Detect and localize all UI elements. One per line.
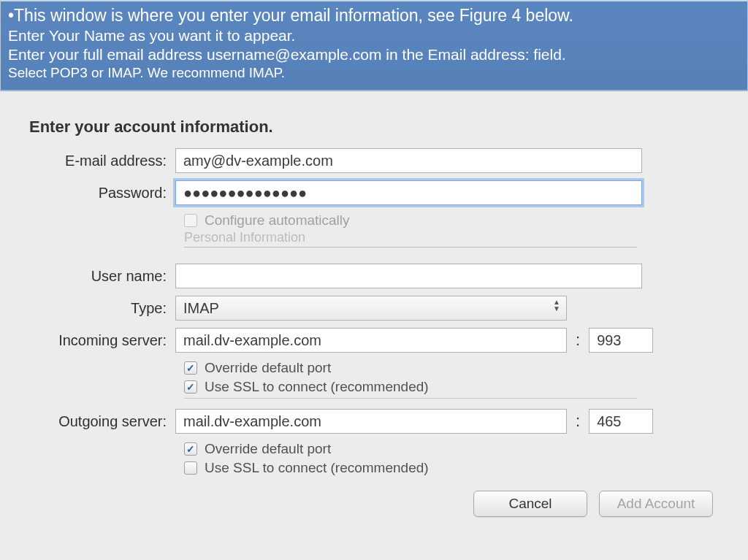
configure-auto-checkbox[interactable] bbox=[184, 214, 197, 227]
outgoing-port-field[interactable] bbox=[589, 409, 653, 434]
cancel-button[interactable]: Cancel bbox=[473, 491, 587, 517]
incoming-label: Incoming server: bbox=[13, 332, 175, 349]
configure-auto-label: Configure automatically bbox=[205, 212, 350, 229]
outgoing-port-colon: : bbox=[576, 412, 580, 431]
incoming-port-field[interactable] bbox=[589, 328, 653, 353]
incoming-ssl-row[interactable]: ✓ Use SSL to connect (recommended) bbox=[184, 379, 735, 395]
incoming-override-checkbox[interactable]: ✓ bbox=[184, 361, 197, 375]
dialog-heading: Enter your account information. bbox=[29, 118, 735, 137]
outgoing-ssl-row[interactable]: Use SSL to connect (recommended) bbox=[184, 460, 735, 476]
outgoing-server-field[interactable] bbox=[175, 409, 567, 434]
type-select[interactable]: IMAP ▲▼ bbox=[175, 296, 567, 321]
password-label: Password: bbox=[13, 185, 175, 202]
incoming-override-row[interactable]: ✓ Override default port bbox=[184, 360, 735, 376]
username-label: User name: bbox=[13, 268, 175, 285]
outgoing-override-checkbox[interactable]: ✓ bbox=[184, 442, 197, 456]
account-dialog: Enter your account information. E-mail a… bbox=[0, 91, 748, 524]
email-label: E-mail address: bbox=[13, 153, 175, 169]
password-field[interactable] bbox=[175, 180, 642, 205]
incoming-override-label: Override default port bbox=[205, 360, 331, 376]
type-selected-value: IMAP bbox=[183, 300, 219, 317]
type-label: Type: bbox=[13, 300, 175, 317]
username-field[interactable] bbox=[175, 264, 642, 288]
outgoing-ssl-label: Use SSL to connect (recommended) bbox=[205, 460, 429, 476]
ghost-divider bbox=[184, 398, 637, 399]
chevron-up-down-icon: ▲▼ bbox=[553, 299, 560, 312]
banner-line-4: Select POP3 or IMAP. We recommend IMAP. bbox=[8, 65, 740, 81]
instruction-banner: •This window is where you enter your ema… bbox=[0, 0, 748, 91]
email-field[interactable] bbox=[175, 148, 642, 173]
incoming-port-colon: : bbox=[576, 331, 580, 350]
outgoing-override-row[interactable]: ✓ Override default port bbox=[184, 441, 735, 457]
outgoing-ssl-checkbox[interactable] bbox=[184, 461, 197, 475]
banner-line-2: Enter Your Name as you want it to appear… bbox=[8, 27, 740, 45]
incoming-ssl-checkbox[interactable]: ✓ bbox=[184, 380, 197, 394]
banner-line-1: •This window is where you enter your ema… bbox=[8, 6, 740, 26]
incoming-ssl-label: Use SSL to connect (recommended) bbox=[205, 379, 429, 395]
ghost-personal-info: Personal Information bbox=[184, 230, 637, 248]
outgoing-override-label: Override default port bbox=[205, 441, 331, 457]
banner-line-3: Enter your full email address username@e… bbox=[8, 46, 740, 64]
incoming-server-field[interactable] bbox=[175, 328, 567, 353]
configure-auto-row[interactable]: Configure automatically bbox=[184, 212, 735, 229]
outgoing-label: Outgoing server: bbox=[13, 413, 175, 430]
add-account-button[interactable]: Add Account bbox=[599, 491, 713, 517]
